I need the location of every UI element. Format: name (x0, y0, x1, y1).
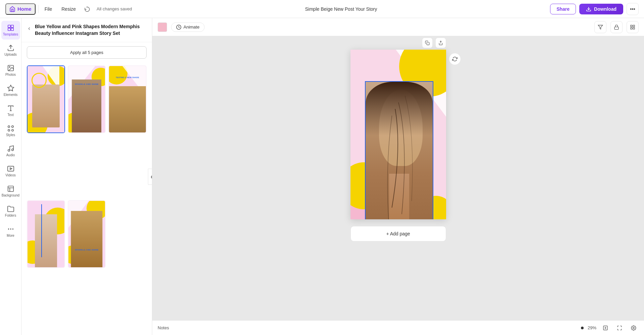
svg-rect-19 (7, 166, 13, 171)
svg-marker-20 (10, 168, 12, 170)
more-dots-icon (7, 225, 14, 233)
lock-icon (614, 24, 619, 30)
svg-rect-4 (8, 25, 10, 27)
filter-button[interactable] (594, 21, 606, 33)
svg-point-15 (8, 129, 10, 131)
topbar-center: Simple Beige New Post Your Story (136, 6, 546, 12)
template-thumb-2[interactable]: SPARKLE AND SHINE (68, 65, 106, 133)
svg-rect-31 (633, 27, 635, 29)
design-wrapper (351, 50, 446, 219)
resize-button[interactable]: Resize (58, 4, 79, 14)
fullscreen-button[interactable] (614, 323, 625, 333)
styles-icon (7, 125, 14, 132)
sidebar-item-label: Background (2, 193, 19, 197)
undo-button[interactable] (82, 4, 93, 14)
canvas-image-frame[interactable] (365, 81, 433, 219)
template-thumb-3[interactable]: TESTING A NEW SHADE (108, 65, 147, 133)
template-grid: SPARKLE AND SHINE TESTING A NEW SHADE (21, 63, 152, 335)
grid-icon (630, 24, 635, 30)
sidebar-item-label: Photos (5, 73, 16, 76)
filter-icon (598, 24, 603, 30)
home-icon (9, 6, 15, 12)
svg-rect-27 (614, 27, 619, 29)
canvas-controls-top (422, 38, 446, 48)
lock-button[interactable] (610, 21, 623, 33)
sidebar-item-audio[interactable]: Audio (1, 142, 20, 160)
template-thumb-1[interactable] (27, 65, 65, 133)
zoom-dot-active (581, 327, 584, 329)
animate-button[interactable]: Animate (171, 22, 205, 32)
canvas-scroll[interactable]: + Add page (152, 36, 644, 335)
sidebar-item-label: Templates (3, 33, 18, 36)
saved-status: All changes saved (97, 6, 132, 11)
icon-sidebar: Templates Uploads Photos Elements (0, 18, 21, 335)
sidebar-item-label: Text (7, 113, 13, 117)
uploads-icon (7, 44, 14, 52)
topbar-left: Home File Resize All changes saved (5, 3, 132, 15)
sidebar-item-styles[interactable]: Styles (1, 121, 20, 140)
document-title[interactable]: Simple Beige New Post Your Story (305, 6, 377, 12)
svg-point-3 (634, 8, 635, 9)
sidebar-item-photos[interactable]: Photos (1, 61, 20, 80)
sidebar-item-templates[interactable]: Templates (1, 21, 20, 40)
template-2-text: SPARKLE AND SHINE (70, 83, 104, 86)
svg-point-24 (12, 228, 13, 229)
main-layout: Templates Uploads Photos Elements (0, 18, 644, 335)
canvas-area: Animate (152, 18, 644, 335)
template-thumb-5[interactable]: SPARKLE AND SHINE (68, 200, 106, 268)
canvas-refresh-button[interactable] (449, 53, 461, 65)
svg-point-17 (8, 150, 10, 152)
settings-icon (631, 325, 636, 331)
svg-rect-6 (8, 28, 10, 31)
apply-all-button[interactable]: Apply all 5 pages (27, 46, 147, 59)
download-button[interactable]: Download (579, 4, 623, 14)
svg-rect-7 (11, 28, 13, 31)
grid-button[interactable] (627, 21, 639, 33)
svg-point-10 (9, 66, 10, 67)
file-button[interactable]: File (41, 4, 56, 14)
svg-rect-21 (8, 186, 13, 192)
videos-icon (7, 165, 14, 172)
svg-point-22 (8, 228, 9, 229)
panel-back-button[interactable]: ‹ (27, 24, 32, 33)
svg-rect-29 (633, 25, 635, 27)
share-canvas-icon (438, 41, 443, 45)
actual-size-button[interactable] (600, 323, 610, 333)
more-options-button[interactable] (627, 3, 639, 15)
svg-point-13 (8, 126, 10, 128)
svg-point-18 (11, 149, 13, 151)
duplicate-canvas-button[interactable] (422, 38, 433, 48)
svg-marker-26 (598, 25, 602, 29)
canvas-toolbar: Animate (152, 18, 644, 36)
sidebar-item-elements[interactable]: Elements (1, 81, 20, 100)
color-swatch[interactable] (158, 22, 167, 32)
hair-lines (366, 82, 433, 219)
sidebar-item-label: Uploads (4, 53, 17, 56)
sidebar-item-more[interactable]: More (1, 222, 20, 241)
add-page-button[interactable]: + Add page (351, 226, 446, 241)
template-5-text: SPARKLE AND SHINE (70, 249, 104, 251)
topbar-right: Share Download (550, 3, 639, 15)
sidebar-item-folders[interactable]: Folders (1, 202, 20, 221)
home-button[interactable]: Home (5, 3, 36, 15)
share-canvas-button[interactable] (435, 38, 446, 48)
sidebar-item-text[interactable]: Text (1, 101, 20, 120)
sidebar-item-label: Videos (5, 173, 15, 177)
template-3-text: TESTING A NEW SHADE (111, 76, 144, 79)
hide-panel-button[interactable]: ❮ (148, 169, 152, 185)
download-icon (586, 6, 591, 12)
sidebar-item-uploads[interactable]: Uploads (1, 41, 20, 60)
settings-button[interactable] (629, 323, 639, 333)
sidebar-item-videos[interactable]: Videos (1, 162, 20, 180)
notes-label[interactable]: Notes (158, 325, 169, 330)
svg-rect-30 (631, 27, 632, 29)
sidebar-item-background[interactable]: Background (1, 182, 20, 201)
undo-icon (84, 6, 90, 12)
topbar: Home File Resize All changes saved Simpl… (0, 0, 644, 18)
share-button[interactable]: Share (550, 4, 576, 14)
design-canvas[interactable] (351, 50, 446, 219)
template-thumb-4[interactable] (27, 200, 65, 268)
templates-panel: ‹ Blue Yellow and Pink Shapes Modern Mem… (21, 18, 152, 335)
elements-icon (7, 85, 14, 92)
panel-header: ‹ Blue Yellow and Pink Shapes Modern Mem… (21, 18, 152, 42)
